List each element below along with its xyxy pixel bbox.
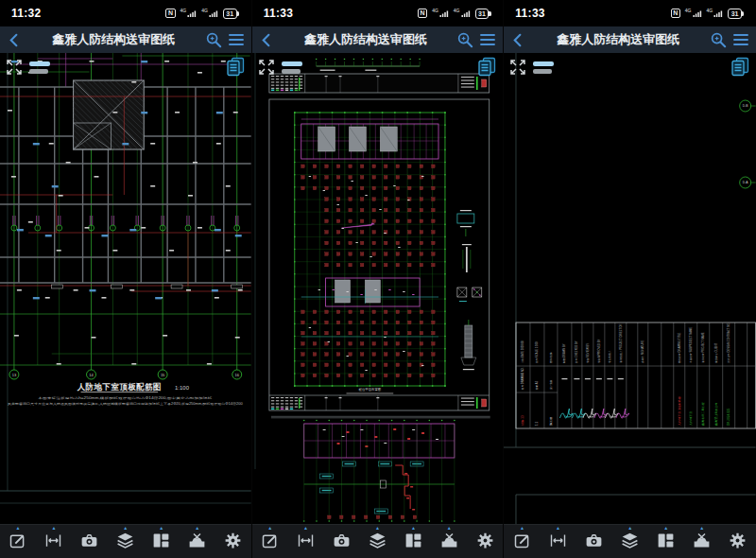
layout-button[interactable]: ▲	[652, 530, 679, 554]
svg-text:结施-13: 结施-13	[522, 415, 525, 426]
progress-bar	[533, 69, 552, 74]
search-zoom-button[interactable]	[710, 31, 728, 49]
caret-up-icon: ▲	[520, 525, 524, 531]
caret-up-icon: ▲	[663, 525, 668, 531]
nav-bar: 鑫雅人防结构送审图纸	[252, 26, 504, 53]
layers-button[interactable]: ▲	[112, 530, 139, 554]
settings-button[interactable]	[219, 530, 247, 554]
cad-viewport-2[interactable]: 桩位平面布置图	[252, 53, 504, 524]
status-time: 11:33	[264, 7, 294, 20]
nfc-icon: N	[671, 9, 680, 18]
svg-text:日期 DATE 2020.08: 日期 DATE 2020.08	[522, 340, 525, 363]
status-bar: 11:33 N 4G 4G 31	[252, 0, 504, 26]
caret-up-icon: ▲	[15, 525, 20, 531]
layers-button[interactable]: ▲	[364, 530, 391, 554]
back-button[interactable]	[7, 32, 23, 48]
svg-text:建设单位 CLIENT: 建设单位 CLIENT	[714, 343, 718, 364]
caret-up-icon: ▲	[447, 525, 452, 531]
sheets-button[interactable]	[224, 56, 246, 80]
toolbox-button[interactable]: ▲	[183, 530, 211, 554]
search-zoom-button[interactable]	[205, 31, 223, 49]
measure-button[interactable]: ▲	[40, 530, 67, 554]
toolbox-button[interactable]: ▲	[436, 530, 463, 554]
edit-button[interactable]: ▲	[4, 530, 31, 554]
edit-button[interactable]: ▲	[256, 530, 284, 554]
page-title: 鑫雅人防结构送审图纸	[280, 31, 453, 48]
fullscreen-button[interactable]	[5, 58, 24, 79]
caret-up-icon: ▲	[159, 525, 163, 531]
triple-screenshot-strip: 11:32 N 4G 4G 31 鑫雅人防结构送审图纸 人防地下室顶板配筋图 1…	[0, 0, 756, 558]
settings-button[interactable]	[472, 530, 499, 554]
svg-text:设计证号 DESIGN CONTRACT NO.: 设计证号 DESIGN CONTRACT NO.	[728, 323, 731, 363]
bottom-toolbar: ▲ ▲ ▲ ▲ ▲	[252, 524, 504, 558]
svg-text:图别 结施: 图别 结施	[549, 352, 553, 363]
back-button[interactable]	[510, 32, 526, 48]
fullscreen-button[interactable]	[257, 58, 276, 79]
zoom-level-bar	[533, 61, 554, 66]
layout-button[interactable]: ▲	[400, 530, 427, 554]
svg-text:制图 DRAWN BY: 制图 DRAWN BY	[563, 343, 567, 363]
drawing-note-1: 本图未标注板厚均为h=250mm,楼板配筋双层双向均为Φ14@200,图中其余为…	[38, 396, 212, 400]
fullscreen-button[interactable]	[508, 58, 527, 79]
svg-text:图幅 A1: 图幅 A1	[536, 380, 540, 390]
signal-icon: 4G	[454, 9, 471, 18]
phone-screen-2: 11:33 N 4G 4G 31 鑫雅人防结构送审图纸 桩位平面布置图	[252, 0, 505, 558]
nfc-icon: N	[165, 9, 175, 18]
nav-bar: 鑫雅人防结构送审图纸	[0, 26, 251, 53]
svg-text:设计阶段: 设计阶段	[549, 379, 553, 390]
menu-button[interactable]	[228, 32, 245, 47]
phone-screen-3: 11:33 N 4G 4G 31 鑫雅人防结构送审图纸 日期 DATE 2020…	[504, 0, 756, 558]
status-bar: 11:33 N 4G 4G 31	[504, 0, 756, 26]
axis-bubble-label: D-A	[743, 181, 749, 184]
zoom-level-bar	[29, 61, 50, 66]
menu-button[interactable]	[479, 32, 496, 47]
drawing-scale: 1:100	[175, 385, 190, 391]
settings-button[interactable]	[724, 530, 751, 554]
bottom-toolbar: ▲ ▲ ▲ ▲ ▲	[504, 524, 756, 558]
camera-button[interactable]	[328, 530, 355, 554]
progress-bar	[282, 69, 301, 74]
measure-button[interactable]: ▲	[544, 530, 572, 554]
battery-icon: 31	[728, 9, 742, 19]
drawing-title: 人防地下室顶板配筋图	[77, 382, 162, 392]
status-bar: 11:32 N 4G 4G 31	[0, 0, 251, 26]
cad-viewport-1[interactable]: 人防地下室顶板配筋图 1:100 本图未标注板厚均为h=250mm,楼板配筋双层…	[0, 53, 251, 524]
svg-text:比例 SCALE 1:100: 比例 SCALE 1:100	[536, 341, 540, 363]
svg-text:审核 REVIEW BY: 审核 REVIEW BY	[586, 343, 590, 363]
toolbox-button[interactable]: ▲	[688, 530, 715, 554]
svg-text:图号 DRAWING NO.: 图号 DRAWING NO.	[522, 367, 525, 390]
caret-up-icon: ▲	[123, 525, 128, 531]
svg-text:会签栏 SIGNATURE: 会签栏 SIGNATURE	[642, 340, 645, 363]
signal-icon: 4G	[707, 9, 724, 18]
battery-icon: 31	[223, 9, 237, 19]
signal-icon: 4G	[432, 9, 449, 18]
signal-icon: 4G	[180, 9, 198, 18]
svg-text:DK-2024-025: DK-2024-025	[728, 408, 731, 426]
caret-up-icon: ▲	[195, 525, 199, 531]
caret-up-icon: ▲	[303, 525, 308, 531]
camera-button[interactable]	[76, 530, 103, 554]
camera-button[interactable]	[580, 530, 608, 554]
search-zoom-button[interactable]	[456, 31, 474, 49]
svg-text:审定 APPROVED BY: 审定 APPROVED BY	[597, 339, 601, 363]
phone-screen-1: 11:32 N 4G 4G 31 鑫雅人防结构送审图纸 人防地下室顶板配筋图 1…	[0, 0, 252, 558]
nav-bar: 鑫雅人防结构送审图纸	[504, 26, 756, 53]
svg-text:项目名称 PROJECT NAME: 项目名称 PROJECT NAME	[702, 332, 706, 363]
signal-icon: 4G	[201, 9, 218, 18]
back-button[interactable]	[259, 32, 275, 48]
layers-button[interactable]: ▲	[616, 530, 644, 554]
edit-button[interactable]: ▲	[508, 530, 536, 554]
cad-viewport-3[interactable]: 日期 DATE 2020.08图号 DRAWING NO.结施-13比例 SCA…	[504, 53, 756, 524]
svg-text:鑫雅置业有限公司: 鑫雅置业有限公司	[714, 402, 718, 427]
caret-up-icon: ▲	[267, 525, 272, 531]
layout-button[interactable]: ▲	[147, 530, 175, 554]
measure-button[interactable]: ▲	[292, 530, 319, 554]
sheets-button[interactable]	[729, 56, 750, 80]
zoom-level-bar	[282, 61, 302, 66]
drawing-note-2: 风井预留洞口尺寸及位置与人防通风图核对无误后施工,人防区域楼板预留洞口处周边加强…	[8, 402, 243, 406]
menu-button[interactable]	[732, 32, 749, 47]
nfc-icon: N	[418, 9, 427, 18]
battery-icon: 31	[475, 9, 490, 19]
sheets-button[interactable]	[475, 56, 497, 80]
caret-up-icon: ▲	[699, 525, 704, 531]
